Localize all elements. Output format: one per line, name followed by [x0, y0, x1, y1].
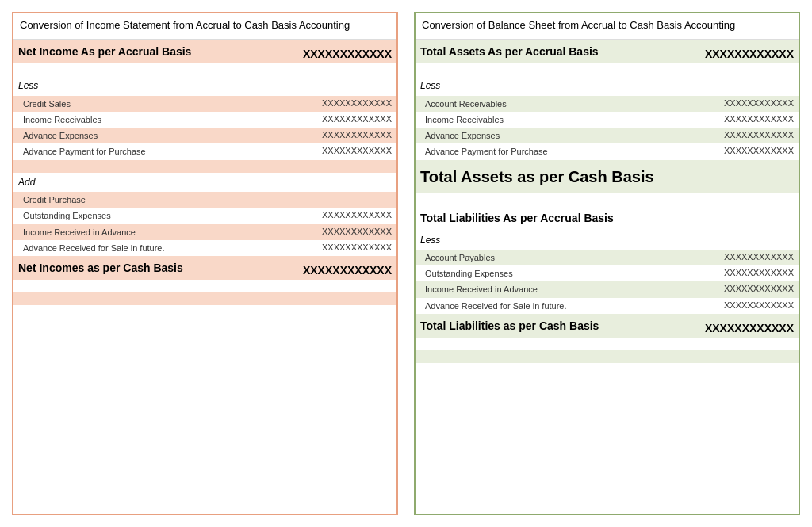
liabilities-accrual-value — [672, 206, 799, 231]
less-item-1: Income Receivables XXXXXXXXXXXX — [13, 112, 396, 128]
bal-less-header-1: Less — [416, 76, 799, 95]
liabilities-cash-value: XXXXXXXXXXXX — [672, 314, 799, 338]
bal-less1-item-3: Advance Payment for Purchase XXXXXXXXXXX… — [416, 143, 799, 159]
balance-panel: Conversion of Balance Sheet from Accrual… — [414, 12, 800, 515]
bal-less2-item-2-value: XXXXXXXXXXXX — [672, 281, 799, 297]
liabilities-cash-row: Total Liabilities as per Cash Basis XXXX… — [416, 314, 799, 338]
income-table: Net Income As per Accrual Basis XXXXXXXX… — [13, 40, 396, 318]
income-panel: Conversion of Income Statement from Accr… — [12, 12, 398, 515]
add-item-2: Income Received in Advance XXXXXXXXXXXX — [13, 224, 396, 240]
liabilities-cash-label: Total Liabilities as per Cash Basis — [416, 314, 672, 338]
bal-less2-item-3-label: Advance Received for Sale in future. — [416, 298, 672, 314]
assets-accrual-label: Total Assets As per Accrual Basis — [416, 40, 672, 63]
spacer-row-4 — [13, 292, 396, 305]
less-item-1-value: XXXXXXXXXXXX — [270, 112, 396, 128]
bal-less-label-2: Less — [416, 231, 672, 250]
add-item-0-value — [270, 192, 396, 208]
bal-less1-item-1: Income Receivables XXXXXXXXXXXX — [416, 112, 799, 128]
bal-spacer-2 — [416, 193, 799, 206]
income-accrual-row: Net Income As per Accrual Basis XXXXXXXX… — [13, 40, 396, 63]
add-item-2-value: XXXXXXXXXXXX — [270, 224, 396, 240]
bal-less2-item-1-value: XXXXXXXXXXXX — [672, 265, 799, 281]
bal-less2-item-2-label: Income Received in Advance — [416, 281, 672, 297]
assets-cash-row: Total Assets as per Cash Basis — [416, 160, 799, 193]
balance-title: Conversion of Balance Sheet from Accrual… — [416, 13, 799, 40]
bal-spacer-5 — [416, 363, 799, 376]
bal-less2-item-1: Outstanding Expenses XXXXXXXXXXXX — [416, 265, 799, 281]
less-item-2-value: XXXXXXXXXXXX — [270, 128, 396, 143]
bal-less2-item-0-value: XXXXXXXXXXXX — [672, 250, 799, 265]
less-item-3: Advance Payment for Purchase XXXXXXXXXXX… — [13, 143, 396, 159]
bal-less-label-1: Less — [416, 76, 672, 95]
bal-less1-item-3-value: XXXXXXXXXXXX — [672, 143, 799, 159]
less-header-row: Less — [13, 76, 396, 95]
liabilities-accrual-label: Total Liabilities As per Accrual Basis — [416, 206, 672, 231]
add-header-row: Add — [13, 173, 396, 192]
less-item-2-label: Advance Expenses — [13, 128, 270, 143]
less-item-0-value: XXXXXXXXXXXX — [270, 96, 396, 112]
bal-less2-item-1-label: Outstanding Expenses — [416, 265, 672, 281]
income-cash-value: XXXXXXXXXXXX — [270, 256, 396, 280]
spacer-row-1 — [13, 63, 396, 76]
bal-spacer-3 — [416, 338, 799, 350]
add-item-0-label: Credit Purchase — [13, 192, 270, 208]
add-item-2-label: Income Received in Advance — [13, 224, 270, 240]
less-item-3-value: XXXXXXXXXXXX — [270, 143, 396, 159]
less-item-0-label: Credit Sales — [13, 96, 270, 112]
bal-less1-item-3-label: Advance Payment for Purchase — [416, 143, 672, 159]
liabilities-accrual-row: Total Liabilities As per Accrual Basis — [416, 206, 799, 231]
bal-less2-item-3: Advance Received for Sale in future. XXX… — [416, 298, 799, 314]
bal-spacer-4 — [416, 350, 799, 363]
add-item-1: Outstanding Expenses XXXXXXXXXXXX — [13, 208, 396, 223]
add-item-3-value: XXXXXXXXXXXX — [270, 240, 396, 256]
bal-less1-item-0: Account Receivables XXXXXXXXXXXX — [416, 96, 799, 112]
bal-less2-item-3-value: XXXXXXXXXXXX — [672, 298, 799, 314]
bal-less2-item-2: Income Received in Advance XXXXXXXXXXXX — [416, 281, 799, 297]
add-item-0: Credit Purchase — [13, 192, 396, 208]
spacer-row-2 — [13, 160, 396, 173]
assets-cash-label: Total Assets as per Cash Basis — [416, 162, 672, 192]
bal-less1-item-2-value: XXXXXXXXXXXX — [672, 128, 799, 143]
bal-less2-item-0-label: Account Payables — [416, 250, 672, 265]
less-item-3-label: Advance Payment for Purchase — [13, 143, 270, 159]
spacer-row-5 — [13, 305, 396, 318]
add-item-1-label: Outstanding Expenses — [13, 208, 270, 223]
bal-less1-item-2-label: Advance Expenses — [416, 128, 672, 143]
bal-less1-item-1-label: Income Receivables — [416, 112, 672, 128]
assets-accrual-row: Total Assets As per Accrual Basis XXXXXX… — [416, 40, 799, 63]
income-cash-row: Net Incomes as per Cash Basis XXXXXXXXXX… — [13, 256, 396, 280]
balance-table: Total Assets As per Accrual Basis XXXXXX… — [416, 40, 799, 376]
add-item-1-value: XXXXXXXXXXXX — [270, 208, 396, 223]
bal-less1-item-0-label: Account Receivables — [416, 96, 672, 112]
assets-accrual-value: XXXXXXXXXXXX — [672, 40, 799, 63]
add-label: Add — [13, 173, 270, 192]
less-label: Less — [13, 76, 270, 95]
income-accrual-value: XXXXXXXXXXXX — [270, 40, 396, 63]
less-item-2: Advance Expenses XXXXXXXXXXXX — [13, 128, 396, 143]
income-cash-label: Net Incomes as per Cash Basis — [13, 256, 270, 280]
add-item-3: Advance Received for Sale in future. XXX… — [13, 240, 396, 256]
bal-less-header-2: Less — [416, 231, 799, 250]
add-item-3-label: Advance Received for Sale in future. — [13, 240, 270, 256]
bal-less2-item-0: Account Payables XXXXXXXXXXXX — [416, 250, 799, 265]
income-title: Conversion of Income Statement from Accr… — [13, 13, 396, 40]
spacer-row-3 — [13, 280, 396, 292]
bal-less1-item-1-value: XXXXXXXXXXXX — [672, 112, 799, 128]
less-item-0: Credit Sales XXXXXXXXXXXX — [13, 96, 396, 112]
less-item-1-label: Income Receivables — [13, 112, 270, 128]
bal-less1-item-2: Advance Expenses XXXXXXXXXXXX — [416, 128, 799, 143]
bal-less1-item-0-value: XXXXXXXXXXXX — [672, 96, 799, 112]
income-accrual-label: Net Income As per Accrual Basis — [13, 40, 270, 63]
bal-spacer-1 — [416, 63, 799, 76]
assets-cash-value — [672, 162, 799, 192]
